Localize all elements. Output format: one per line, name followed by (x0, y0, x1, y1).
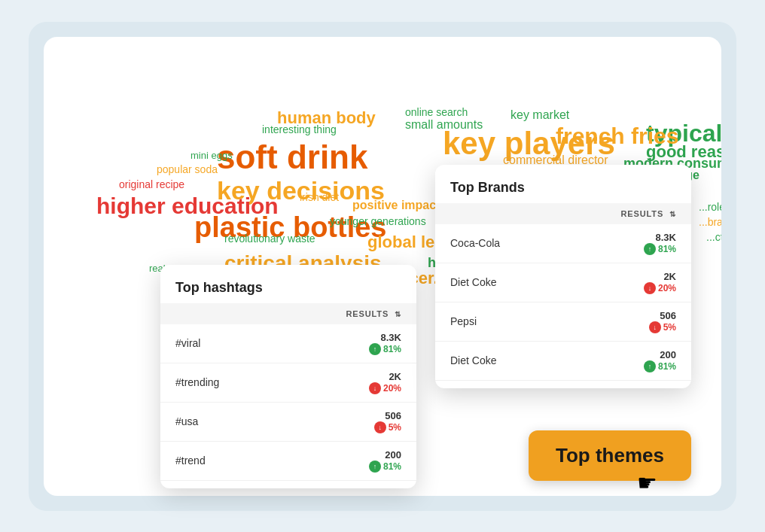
word-cloud-word: original recipe (119, 178, 184, 190)
hashtag-cell: #trend (160, 441, 279, 480)
table-row: Pepsi 506 ↓ 5% (435, 302, 691, 341)
brand-cell: Coca-Cola (435, 224, 559, 263)
word-cloud-word: positive impact (352, 199, 440, 212)
result-cell: 2K ↓ 20% (559, 263, 691, 302)
top-brands-panel: Top Brands RESULTS ⇅ Coca-Cola 8.3K ↑ 81… (435, 165, 691, 388)
result-pct: ↓ 5% (294, 421, 401, 433)
table-row: #trending 2K ↓ 20% (160, 363, 416, 402)
result-count: 506 (294, 410, 401, 421)
word-cloud-word: soft drink (217, 138, 367, 176)
word-cloud-word: interesting thing (262, 123, 337, 135)
result-pct: ↓ 5% (574, 321, 676, 333)
hashtag-cell: #viral (160, 324, 279, 363)
result-count: 2K (574, 271, 676, 282)
result-cell: 200 ↑ 81% (559, 341, 691, 380)
result-cell: 200 ↑ 81% (279, 441, 416, 480)
up-icon: ↑ (369, 343, 381, 355)
result-count: 200 (294, 449, 401, 461)
result-count: 200 (574, 349, 676, 360)
result-count: 506 (574, 310, 676, 321)
result-cell: 2K ↓ 20% (279, 363, 416, 402)
result-pct: ↓ 20% (294, 382, 401, 394)
result-count: 8.3K (574, 232, 676, 243)
table-row: #usa 506 ↓ 5% (160, 402, 416, 441)
sort-icon[interactable]: ⇅ (395, 310, 401, 318)
table-row: #trend 200 ↑ 81% (160, 441, 416, 480)
result-count: 8.3K (294, 332, 401, 343)
table-row: Diet Coke 200 ↑ 81% (435, 341, 691, 380)
result-cell: 8.3K ↑ 81% (559, 224, 691, 263)
word-cloud-word: key market (511, 108, 569, 122)
word-cloud-word: ...role (699, 201, 721, 213)
hashtags-col-tag (160, 303, 279, 324)
brand-cell: Diet Coke (435, 341, 559, 380)
table-row: #viral 8.3K ↑ 81% (160, 324, 416, 363)
brand-cell: Pepsi (435, 302, 559, 341)
up-icon: ↑ (644, 243, 656, 255)
hashtags-table: RESULTS ⇅ #viral 8.3K ↑ 81% #trending 2K… (160, 303, 416, 481)
result-pct: ↑ 81% (294, 343, 401, 355)
word-cloud-word: small amounts (405, 118, 483, 132)
result-cell: 506 ↓ 5% (559, 302, 691, 341)
up-icon: ↑ (644, 360, 656, 372)
cursor-icon: ☛ (637, 470, 657, 496)
word-cloud-word: mini eggs (190, 150, 233, 161)
hashtag-cell: #usa (160, 402, 279, 441)
brand-cell: Diet Coke (435, 263, 559, 302)
hashtag-cell: #trending (160, 363, 279, 402)
word-cloud-word: irish diet (300, 191, 339, 203)
word-cloud-word: popular soda (157, 163, 218, 175)
table-row: Diet Coke 2K ↓ 20% (435, 263, 691, 302)
hashtags-col-results: RESULTS ⇅ (279, 303, 416, 324)
brands-table: RESULTS ⇅ Coca-Cola 8.3K ↑ 81% Diet Coke… (435, 203, 691, 381)
main-container: soft drinkkey playerskey decisionsplasti… (29, 22, 736, 511)
result-pct: ↑ 81% (294, 461, 401, 473)
word-cloud-word: online search (405, 106, 468, 118)
word-cloud-word: ...brand (699, 216, 721, 228)
up-icon: ↑ (369, 461, 381, 473)
top-hashtags-panel: Top hashtags RESULTS ⇅ #viral 8.3K ↑ 81% (160, 265, 416, 488)
word-cloud-word: younger generations (330, 215, 426, 227)
brands-panel-title: Top Brands (435, 180, 691, 203)
brands-col-brand (435, 203, 559, 224)
brands-sort-icon[interactable]: ⇅ (669, 210, 676, 218)
result-pct: ↓ 20% (574, 282, 676, 294)
down-icon: ↓ (644, 282, 656, 294)
hashtags-panel-title: Top hashtags (160, 280, 416, 303)
down-icon: ↓ (369, 382, 381, 394)
word-cloud-word: higher education (96, 193, 279, 219)
brands-col-results: RESULTS ⇅ (559, 203, 691, 224)
result-cell: 8.3K ↑ 81% (279, 324, 416, 363)
result-pct: ↑ 81% (574, 243, 676, 255)
word-cloud-word: revolutionary waste (224, 233, 315, 245)
down-icon: ↓ (374, 421, 386, 433)
word-cloud-word: ...ct (706, 231, 721, 243)
result-count: 2K (294, 371, 401, 382)
top-themes-button[interactable]: Top themes (529, 430, 691, 481)
down-icon: ↓ (649, 321, 661, 333)
table-row: Coca-Cola 8.3K ↑ 81% (435, 224, 691, 263)
result-pct: ↑ 81% (574, 360, 676, 372)
result-cell: 506 ↓ 5% (279, 402, 416, 441)
